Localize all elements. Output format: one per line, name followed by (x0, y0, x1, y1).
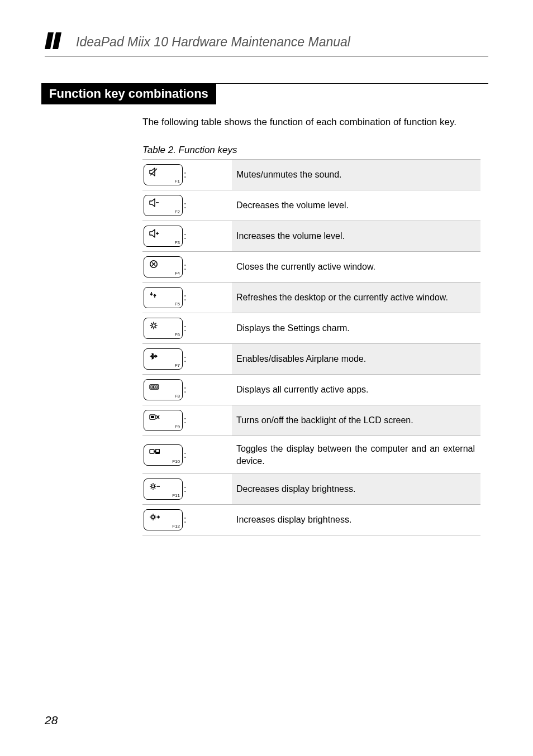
keycap-fn-label: F5 (175, 302, 180, 307)
keycap-description: Displays all currently active apps. (232, 375, 480, 405)
header-rule (45, 56, 488, 56)
settings-gear-icon (147, 320, 163, 331)
table-row: F7:Enables/disables Airplane mode. (142, 344, 480, 375)
keycap-cell: F9: (142, 405, 232, 436)
keycap-cell: F5: (142, 283, 232, 313)
mute-icon (147, 167, 163, 177)
keycap-description: Increases display brightness. (232, 505, 480, 535)
keycap-description: Refreshes the desktop or the currently a… (232, 283, 480, 313)
colon: : (184, 200, 186, 210)
keycap-f2: F2 (144, 195, 183, 216)
keycap-description: Increases the volume level. (232, 221, 480, 252)
keycap-cell: F7: (142, 344, 232, 375)
brightness-down-icon (147, 481, 163, 491)
keycap-f10: F10 (144, 444, 183, 466)
document-title: IdeaPad Miix 10 Hardware Maintenance Man… (76, 35, 350, 50)
keycap-f12: F12 (144, 509, 183, 530)
table-row: F12:Increases display brightness. (142, 505, 480, 535)
keycap-f7: F7 (144, 348, 183, 370)
backlight-off-icon (147, 413, 163, 423)
keycap-f11: F11 (144, 479, 183, 500)
keycap-cell: F1 : (142, 160, 232, 190)
table-row: F11:Decreases display brightness. (142, 474, 480, 505)
table-row: F8:Displays all currently active apps. (142, 375, 480, 405)
close-window-icon (147, 259, 163, 269)
keycap-cell: F11: (142, 474, 232, 505)
table-caption: Table 2. Function keys (142, 145, 488, 156)
keycap-f3: F3 (144, 226, 183, 247)
keycap-f5: F5 (144, 287, 183, 308)
keycap-fn-label: F3 (175, 240, 180, 245)
keycap-description: Displays the Settings charm. (232, 313, 480, 344)
keycap-cell: F2: (142, 190, 232, 221)
brightness-up-icon (147, 512, 163, 522)
volume-up-icon (147, 228, 163, 238)
colon: : (184, 231, 186, 241)
keycap-fn-label: F12 (172, 524, 180, 529)
keycap-cell: F3: (142, 221, 232, 252)
keycap-description: Toggles the display between the computer… (232, 436, 480, 474)
keycap-description: Mutes/unmutes the sound. (232, 160, 480, 190)
keycap-f4: F4 (144, 256, 183, 277)
colon: : (184, 354, 186, 364)
keycap-cell: F4: (142, 252, 232, 283)
keycap-fn-label: F10 (172, 459, 180, 464)
keycap-fn-label: F11 (172, 493, 180, 498)
colon: : (184, 484, 186, 494)
all-apps-icon (147, 382, 163, 392)
table-row: F10:Toggles the display between the comp… (142, 436, 480, 474)
keycap-f1: F1 (144, 164, 183, 185)
keycap-f8: F8 (144, 379, 183, 400)
colon: : (184, 293, 186, 303)
keycap-fn-label: F8 (175, 394, 180, 399)
brand-slashes-icon (45, 32, 69, 51)
table-row: F2:Decreases the volume level. (142, 190, 480, 221)
keycap-fn-label: F7 (175, 363, 180, 368)
keycap-cell: F10: (142, 436, 232, 474)
section-heading: Function key combinations (41, 83, 216, 104)
keycap-fn-label: F9 (175, 424, 180, 429)
function-keys-table: F1 :Mutes/unmutes the sound.F2:Decreases… (142, 159, 480, 535)
colon: : (184, 450, 186, 460)
table-row: F6:Displays the Settings charm. (142, 313, 480, 344)
colon: : (184, 415, 186, 425)
keycap-f9: F9 (144, 410, 183, 431)
section-intro: The following table shows the function o… (142, 117, 488, 128)
display-toggle-icon (147, 447, 163, 457)
keycap-fn-label: F6 (175, 332, 180, 337)
refresh-icon (147, 290, 163, 300)
keycap-cell: F12: (142, 505, 232, 535)
colon: : (184, 515, 186, 525)
table-row: F9:Turns on/off the backlight of the LCD… (142, 405, 480, 436)
keycap-cell: F8: (142, 375, 232, 405)
colon: : (184, 262, 186, 272)
volume-down-icon (147, 198, 163, 208)
svg-marker-41 (53, 32, 61, 49)
keycap-description: Decreases display brightness. (232, 474, 480, 505)
svg-marker-40 (45, 32, 54, 49)
table-row: F5:Refreshes the desktop or the currentl… (142, 283, 480, 313)
colon: : (184, 170, 186, 180)
keycap-fn-label: F2 (175, 209, 180, 214)
table-row: F4:Closes the currently active window. (142, 252, 480, 283)
table-row: F3:Increases the volume level. (142, 221, 480, 252)
colon: : (184, 323, 186, 333)
keycap-description: Decreases the volume level. (232, 190, 480, 221)
table-row: F1 :Mutes/unmutes the sound. (142, 160, 480, 190)
keycap-fn-label: F4 (175, 271, 180, 276)
keycap-description: Closes the currently active window. (232, 252, 480, 283)
page-header: IdeaPad Miix 10 Hardware Maintenance Man… (45, 32, 488, 51)
page-number: 28 (45, 714, 58, 727)
keycap-description: Enables/disables Airplane mode. (232, 344, 480, 375)
keycap-f6: F6 (144, 318, 183, 339)
colon: : (184, 385, 186, 395)
keycap-cell: F6: (142, 313, 232, 344)
airplane-icon (147, 351, 163, 361)
keycap-description: Turns on/off the backlight of the LCD sc… (232, 405, 480, 436)
keycap-fn-label: F1 (175, 179, 180, 184)
